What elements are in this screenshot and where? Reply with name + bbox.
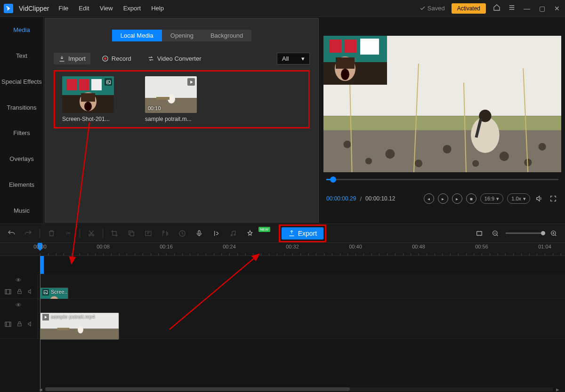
- next-frame-button[interactable]: ▸: [452, 193, 462, 204]
- svg-rect-5: [67, 79, 77, 90]
- overlay-thumbnail: [323, 36, 387, 85]
- svg-point-24: [539, 143, 546, 151]
- aspect-ratio-dropdown[interactable]: 16:9▾: [480, 193, 503, 204]
- speaker-icon[interactable]: [27, 288, 33, 296]
- sidebar-special-effects[interactable]: Special Effects: [0, 69, 43, 95]
- minimize-button[interactable]: —: [523, 5, 531, 12]
- track-body[interactable]: [38, 274, 565, 286]
- home-icon[interactable]: [492, 4, 501, 13]
- ruler-tick: 00:40: [349, 244, 362, 249]
- media-panel: Local Media Opening Background Import Re…: [45, 18, 319, 223]
- eye-icon[interactable]: 👁: [16, 302, 22, 309]
- mic-button[interactable]: [194, 228, 205, 239]
- tab-opening[interactable]: Opening: [162, 30, 202, 41]
- tts-button[interactable]: [210, 228, 222, 239]
- stop-button[interactable]: ■: [466, 193, 476, 204]
- svg-rect-62: [17, 324, 21, 326]
- timeline-ruler[interactable]: 00:0000:0800:1600:2400:3200:4000:4800:56…: [0, 243, 565, 256]
- copy-button[interactable]: [126, 228, 137, 239]
- media-item[interactable]: 00:10 sample potrait.m...: [143, 76, 199, 122]
- preview-scrubber[interactable]: [326, 179, 558, 180]
- adjust-button[interactable]: [160, 228, 171, 239]
- hamburger-icon[interactable]: [508, 4, 516, 13]
- redo-button[interactable]: [23, 228, 34, 239]
- export-button[interactable]: Export: [282, 227, 323, 240]
- speaker-icon[interactable]: [27, 321, 33, 328]
- menu-edit[interactable]: Edit: [79, 5, 89, 12]
- svg-rect-6: [79, 79, 89, 90]
- ruler-tick: 00:24: [223, 244, 236, 249]
- text-button[interactable]: [143, 228, 154, 239]
- zoom-slider[interactable]: [506, 232, 543, 234]
- titlebar: VidClipper File Edit View Export Help Sa…: [0, 0, 565, 17]
- video-converter-button[interactable]: Video Converter: [143, 53, 206, 64]
- svg-rect-37: [323, 62, 387, 85]
- scroll-left-icon[interactable]: ◂: [38, 386, 43, 392]
- time-button[interactable]: [177, 228, 188, 239]
- chevron-down-icon: ▾: [301, 55, 305, 62]
- scroll-right-icon[interactable]: ▸: [555, 386, 560, 392]
- convert-label: Video Converter: [157, 55, 202, 62]
- detach-audio-button[interactable]: [227, 228, 239, 239]
- split-button[interactable]: ✂: [63, 228, 74, 239]
- range-marker[interactable]: [40, 256, 44, 276]
- zoom-in-button[interactable]: [548, 228, 559, 239]
- media-item[interactable]: Screen-Shot-201...: [60, 76, 116, 122]
- fit-button[interactable]: [474, 228, 485, 239]
- time-current: 00:00:00.29: [326, 195, 356, 202]
- svg-point-27: [472, 160, 479, 167]
- sidebar-filters[interactable]: Filters: [0, 120, 43, 146]
- media-thumbnail: 00:10: [145, 76, 197, 113]
- timeline-toolbar: ✂ NEW Export: [0, 224, 565, 243]
- import-label: Import: [68, 55, 86, 62]
- time-total: 00:00:10.12: [365, 195, 395, 202]
- lock-icon[interactable]: [16, 321, 23, 328]
- sidebar-elements[interactable]: Elements: [0, 172, 43, 198]
- delete-button[interactable]: [46, 228, 57, 239]
- close-button[interactable]: ✕: [553, 5, 561, 12]
- scrollbar-thumb[interactable]: [45, 387, 350, 391]
- timeline-clip[interactable]: sample potrait.mp4: [40, 312, 119, 340]
- sidebar-media[interactable]: Media: [0, 17, 43, 43]
- fullscreen-icon[interactable]: [548, 193, 558, 204]
- menu-help[interactable]: Help: [151, 5, 164, 12]
- lock-icon[interactable]: [16, 288, 23, 296]
- maximize-button[interactable]: ▢: [538, 5, 546, 12]
- sidebar-overlays[interactable]: Overlays: [0, 146, 43, 172]
- prev-frame-button[interactable]: ◂: [424, 193, 434, 204]
- media-filter-dropdown[interactable]: All ▾: [277, 53, 310, 64]
- cut-button[interactable]: [86, 228, 97, 239]
- sidebar-music[interactable]: Music: [0, 198, 43, 224]
- saved-indicator: Saved: [420, 5, 445, 12]
- svg-rect-39: [344, 40, 356, 53]
- timeline-h-scrollbar[interactable]: ◂ ▸: [38, 387, 560, 392]
- crop-button[interactable]: [109, 228, 120, 239]
- svg-rect-42: [336, 57, 355, 69]
- sidebar-transitions[interactable]: Transitions: [0, 95, 43, 120]
- effects-button[interactable]: [244, 228, 256, 239]
- menu-view[interactable]: View: [100, 5, 113, 12]
- activated-badge[interactable]: Activated: [452, 3, 486, 14]
- undo-button[interactable]: [6, 228, 17, 239]
- eye-icon[interactable]: 👁: [16, 277, 22, 284]
- export-label: Export: [298, 230, 317, 237]
- ruler-tick: 00:00: [33, 244, 47, 249]
- playhead-line[interactable]: [40, 256, 40, 392]
- volume-icon[interactable]: [534, 193, 544, 204]
- zoom-out-button[interactable]: [490, 228, 501, 239]
- film-icon: [4, 288, 12, 297]
- app-logo: [4, 4, 13, 13]
- sidebar-text[interactable]: Text: [0, 43, 43, 69]
- preview-video[interactable]: [323, 36, 561, 172]
- menu-file[interactable]: File: [58, 5, 68, 12]
- import-button[interactable]: Import: [54, 53, 90, 64]
- tab-local-media[interactable]: Local Media: [112, 30, 162, 41]
- scrubber-handle[interactable]: [330, 176, 336, 183]
- record-button[interactable]: Record: [97, 53, 136, 64]
- play-button[interactable]: ▸: [438, 193, 448, 204]
- svg-point-25: [365, 158, 372, 164]
- speed-dropdown[interactable]: 1.0x▾: [507, 193, 530, 204]
- svg-rect-66: [57, 328, 70, 330]
- tab-background[interactable]: Background: [202, 30, 251, 41]
- menu-export[interactable]: Export: [123, 5, 141, 12]
